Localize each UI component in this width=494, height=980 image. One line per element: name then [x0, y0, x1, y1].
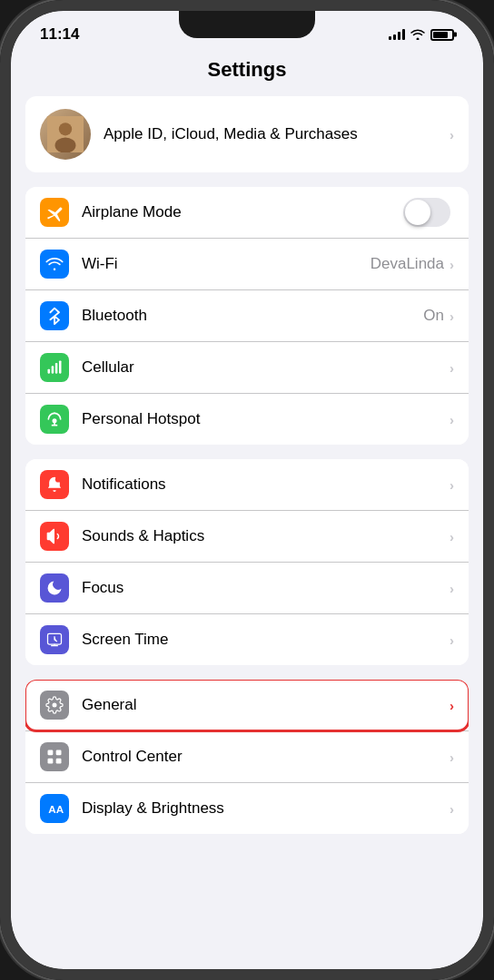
notifications-row[interactable]: Notifications › — [25, 459, 469, 511]
general-row[interactable]: General › — [25, 680, 469, 731]
svg-rect-13 — [48, 759, 54, 764]
general-icon — [40, 691, 69, 720]
hotspot-chevron: › — [450, 412, 454, 427]
settings-content: Apple ID, iCloud, Media & Purchases › Ai… — [11, 96, 483, 848]
svg-rect-12 — [56, 750, 62, 756]
cellular-icon — [40, 353, 69, 382]
control-center-row[interactable]: Control Center › — [25, 731, 469, 783]
sounds-icon — [40, 522, 69, 551]
avatar — [40, 109, 91, 160]
battery-icon — [430, 29, 454, 41]
screen-time-icon — [40, 625, 69, 654]
hotspot-label: Personal Hotspot — [82, 410, 450, 428]
svg-rect-3 — [48, 369, 51, 374]
system-group: Notifications › Sounds & Haptics › — [25, 459, 469, 665]
wifi-icon — [410, 29, 425, 40]
status-time: 11:14 — [40, 25, 79, 44]
bluetooth-label: Bluetooth — [82, 307, 423, 325]
airplane-mode-icon — [40, 198, 69, 227]
page-title: Settings — [29, 58, 465, 82]
focus-chevron: › — [450, 581, 454, 596]
screen: 11:14 — [11, 11, 483, 969]
screen-time-label: Screen Time — [82, 631, 450, 649]
control-center-chevron: › — [450, 750, 454, 765]
sounds-row[interactable]: Sounds & Haptics › — [25, 511, 469, 563]
svg-point-8 — [55, 476, 62, 483]
notch — [179, 11, 315, 38]
focus-row[interactable]: Focus › — [25, 563, 469, 614]
sounds-label: Sounds & Haptics — [82, 527, 450, 545]
notifications-icon — [40, 470, 69, 499]
sounds-chevron: › — [450, 529, 454, 544]
general-label: General — [82, 696, 450, 714]
bluetooth-value: On — [423, 307, 444, 325]
cellular-chevron: › — [450, 360, 454, 376]
status-icons — [389, 29, 454, 41]
airplane-mode-toggle[interactable] — [403, 198, 450, 227]
display-label: Display & Brightness — [82, 799, 450, 818]
page-title-bar: Settings — [11, 51, 483, 96]
hotspot-row[interactable]: Personal Hotspot › — [25, 394, 469, 445]
svg-rect-6 — [59, 361, 62, 374]
apple-id-text: Apple ID, iCloud, Media & Purchases — [104, 125, 450, 143]
hotspot-icon — [40, 405, 69, 434]
battery-fill — [433, 32, 448, 38]
svg-text:AA: AA — [48, 803, 64, 815]
apple-id-label: Apple ID, iCloud, Media & Purchases — [104, 125, 450, 143]
wifi-settings-icon — [40, 250, 69, 279]
svg-point-2 — [55, 138, 76, 152]
bluetooth-chevron: › — [450, 309, 454, 324]
airplane-mode-row[interactable]: Airplane Mode — [25, 187, 469, 239]
focus-icon — [40, 573, 69, 603]
svg-rect-5 — [55, 363, 58, 374]
wifi-value: DevaLinda — [370, 255, 444, 273]
general-chevron: › — [450, 698, 454, 713]
screen-time-row[interactable]: Screen Time › — [25, 614, 469, 665]
display-row[interactable]: AA Display & Brightness › — [25, 783, 469, 834]
general-settings-group: General › Control — [25, 680, 469, 834]
signal-icon — [389, 29, 405, 40]
svg-rect-4 — [52, 366, 54, 373]
apple-id-row[interactable]: Apple ID, iCloud, Media & Purchases › — [25, 96, 469, 172]
general-group: General › Control — [25, 680, 469, 834]
bluetooth-row[interactable]: Bluetooth On › — [25, 290, 469, 342]
focus-label: Focus — [82, 579, 450, 597]
svg-rect-11 — [48, 750, 54, 756]
wifi-label: Wi-Fi — [82, 255, 370, 273]
control-center-label: Control Center — [82, 748, 450, 766]
connectivity-group: Airplane Mode Wi-Fi Deva — [25, 187, 469, 445]
wifi-chevron: › — [450, 257, 454, 272]
svg-point-1 — [59, 122, 72, 135]
svg-rect-14 — [56, 759, 62, 764]
display-icon: AA — [40, 794, 69, 823]
notifications-chevron: › — [450, 477, 454, 493]
screen-time-chevron: › — [450, 632, 454, 648]
airplane-mode-label: Airplane Mode — [82, 203, 403, 221]
control-center-icon — [40, 742, 69, 771]
display-chevron: › — [450, 801, 454, 817]
apple-id-chevron: › — [450, 127, 454, 142]
toggle-knob — [405, 200, 430, 225]
notifications-label: Notifications — [82, 475, 450, 494]
bluetooth-icon — [40, 301, 69, 330]
cellular-label: Cellular — [82, 358, 450, 377]
phone-frame: 11:14 — [0, 0, 494, 980]
cellular-row[interactable]: Cellular › — [25, 342, 469, 394]
svg-point-10 — [53, 703, 57, 708]
wifi-row[interactable]: Wi-Fi DevaLinda › — [25, 239, 469, 290]
